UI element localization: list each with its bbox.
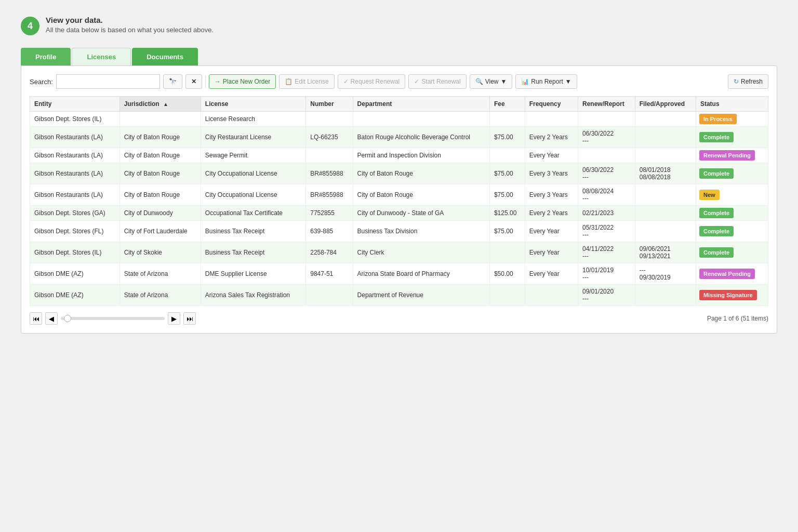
cell-license: Occupational Tax Certificate xyxy=(201,206,305,221)
cell-renew-report: 06/30/2022--- xyxy=(578,163,635,184)
status-badge: Complete xyxy=(699,168,734,179)
cell-number: 9847-51 xyxy=(306,263,353,285)
view-dropdown-icon: ▼ xyxy=(500,78,507,85)
cell-status: Complete xyxy=(696,242,768,263)
cell-entity: Gibson Dept. Stores (GA) xyxy=(30,206,120,221)
cell-renew-report xyxy=(578,112,635,127)
cell-status: Complete xyxy=(696,127,768,148)
cell-frequency xyxy=(525,112,578,127)
arrow-icon: → xyxy=(215,78,221,85)
col-filed-approved[interactable]: Filed/Approved xyxy=(635,97,696,112)
prev-page-button[interactable]: ◀ xyxy=(45,312,58,325)
request-renewal-button[interactable]: ✓ Request Renewal xyxy=(338,74,406,89)
table-row[interactable]: Gibson Dept. Stores (GA)City of Dunwoody… xyxy=(30,206,768,221)
report-dropdown-icon: ▼ xyxy=(565,78,571,85)
cell-renew-report: 10/01/2019--- xyxy=(578,263,635,285)
cell-license: City Occupational License xyxy=(201,184,305,206)
cell-department: Business Tax Division xyxy=(353,221,489,242)
cell-number: BR#855988 xyxy=(306,163,353,184)
refresh-label: Refresh xyxy=(741,78,763,85)
status-badge: Renewal Pending xyxy=(699,269,755,279)
cell-status: Missing Signature xyxy=(696,285,768,306)
status-badge: Complete xyxy=(699,132,734,142)
step-header: 4 View your data. All the data below is … xyxy=(21,16,777,35)
cell-number: 639-885 xyxy=(306,221,353,242)
refresh-button[interactable]: ↻ Refresh xyxy=(728,74,768,89)
cell-filed-approved xyxy=(635,221,696,242)
edit-license-button[interactable]: 📋 Edit License xyxy=(279,74,334,89)
col-license[interactable]: License xyxy=(201,97,305,112)
col-renew-report[interactable]: Renew/Report xyxy=(578,97,635,112)
table-row[interactable]: Gibson Restaurants (LA)City of Baton Rou… xyxy=(30,184,768,206)
next-page-button[interactable]: ▶ xyxy=(168,312,180,325)
table-row[interactable]: Gibson Restaurants (LA)City of Baton Rou… xyxy=(30,127,768,148)
cell-department: Baton Rouge Alcoholic Beverage Control xyxy=(353,127,489,148)
cell-department: Arizona State Board of Pharmacy xyxy=(353,263,489,285)
tab-profile[interactable]: Profile xyxy=(21,48,71,65)
start-renewal-label: Start Renewal xyxy=(421,78,460,85)
place-order-label: Place New Order xyxy=(223,78,270,85)
cell-status: Renewal Pending xyxy=(696,148,768,163)
cell-renew-report: 08/08/2024--- xyxy=(578,184,635,206)
cell-fee: $75.00 xyxy=(489,184,525,206)
cell-number: 2258-784 xyxy=(306,242,353,263)
col-department[interactable]: Department xyxy=(353,97,489,112)
cell-entity: Gibson Dept. Stores (IL) xyxy=(30,112,120,127)
col-number[interactable]: Number xyxy=(306,97,353,112)
view-button[interactable]: 🔍 View ▼ xyxy=(470,74,513,89)
cell-number xyxy=(306,285,353,306)
table-row[interactable]: Gibson Dept. Stores (IL)License Research… xyxy=(30,112,768,127)
cell-filed-approved xyxy=(635,148,696,163)
search-input[interactable] xyxy=(56,74,160,89)
cell-filed-approved xyxy=(635,112,696,127)
cell-entity: Gibson DME (AZ) xyxy=(30,285,120,306)
col-frequency[interactable]: Frequency xyxy=(525,97,578,112)
cell-entity: Gibson Restaurants (LA) xyxy=(30,163,120,184)
cell-renew-report: 06/30/2022--- xyxy=(578,127,635,148)
cell-jurisdiction: City of Skokie xyxy=(119,242,201,263)
col-entity[interactable]: Entity xyxy=(30,97,120,112)
cell-entity: Gibson DME (AZ) xyxy=(30,263,120,285)
cell-number: 7752855 xyxy=(306,206,353,221)
cell-filed-approved xyxy=(635,127,696,148)
start-renewal-button[interactable]: ✓ Start Renewal xyxy=(408,74,466,89)
cell-status: New xyxy=(696,184,768,206)
page-slider[interactable] xyxy=(61,317,165,320)
table-row[interactable]: Gibson Dept. Stores (FL)City of Fort Lau… xyxy=(30,221,768,242)
col-fee[interactable]: Fee xyxy=(489,97,525,112)
cell-license: Business Tax Receipt xyxy=(201,221,305,242)
place-order-button[interactable]: → Place New Order xyxy=(209,74,276,89)
binoculars-icon: 🔭 xyxy=(169,78,177,85)
status-badge: Complete xyxy=(699,226,734,236)
cell-license: DME Supplier License xyxy=(201,263,305,285)
cell-department: City Clerk xyxy=(353,242,489,263)
first-page-button[interactable]: ⏮ xyxy=(30,312,42,325)
cell-frequency: Every 3 Years xyxy=(525,163,578,184)
cell-jurisdiction: City of Fort Lauderdale xyxy=(119,221,201,242)
cell-fee: $50.00 xyxy=(489,263,525,285)
toolbar: Search: 🔭 ✕ → Place New Order 📋 Edit Lic… xyxy=(30,74,768,89)
cell-status: Renewal Pending xyxy=(696,263,768,285)
tab-licenses[interactable]: Licenses xyxy=(72,48,131,65)
status-badge: Complete xyxy=(699,247,734,258)
table-row[interactable]: Gibson DME (AZ)State of ArizonaDME Suppl… xyxy=(30,263,768,285)
table-row[interactable]: Gibson DME (AZ)State of ArizonaArizona S… xyxy=(30,285,768,306)
cell-renew-report: 09/01/2020--- xyxy=(578,285,635,306)
request-renewal-label: Request Renewal xyxy=(351,78,400,85)
cell-frequency: Every 3 Years xyxy=(525,184,578,206)
table-row[interactable]: Gibson Dept. Stores (IL)City of SkokieBu… xyxy=(30,242,768,263)
search-icon-btn[interactable]: 🔭 xyxy=(163,74,182,89)
cell-entity: Gibson Dept. Stores (IL) xyxy=(30,242,120,263)
cell-department: City of Dunwoody - State of GA xyxy=(353,206,489,221)
col-status[interactable]: Status xyxy=(696,97,768,112)
cell-status: Complete xyxy=(696,221,768,242)
view-icon: 🔍 xyxy=(475,78,483,85)
tab-documents[interactable]: Documents xyxy=(132,48,198,65)
table-row[interactable]: Gibson Restaurants (LA)City of Baton Rou… xyxy=(30,163,768,184)
col-jurisdiction[interactable]: Jurisdiction ▲ xyxy=(119,97,201,112)
clear-search-button[interactable]: ✕ xyxy=(185,74,202,89)
cell-fee xyxy=(489,112,525,127)
run-report-button[interactable]: 📊 Run Report ▼ xyxy=(515,74,577,89)
last-page-button[interactable]: ⏭ xyxy=(183,312,196,325)
table-row[interactable]: Gibson Restaurants (LA)City of Baton Rou… xyxy=(30,148,768,163)
